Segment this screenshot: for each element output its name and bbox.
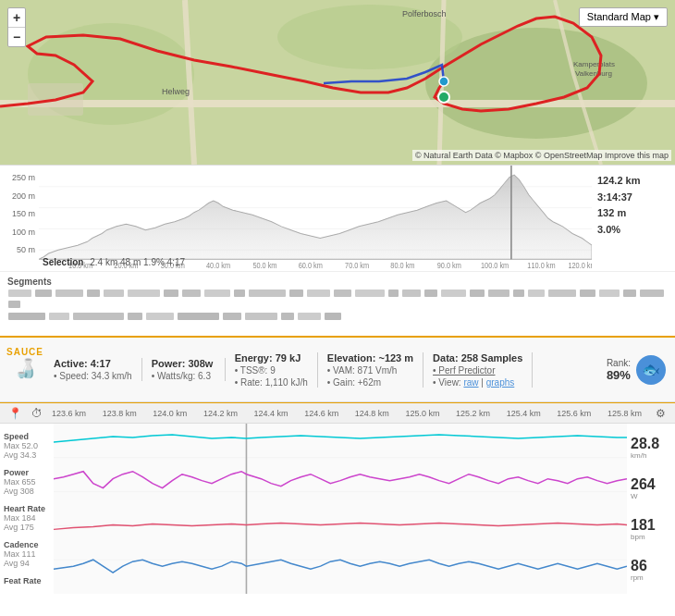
clock-icon[interactable]: ⏱: [30, 406, 44, 421]
x-label-3: 124.2 km: [203, 409, 238, 418]
segments-section: Segments: [0, 271, 675, 336]
sauce-active-group: Active: 4:17 • Speed: 34.3 km/h: [54, 358, 142, 381]
x-label-1: 123.8 km: [103, 409, 137, 418]
speed-metric-label: Speed Max 52.0 Avg 34.3: [0, 432, 54, 460]
svg-text:Kamperplats: Kamperplats: [573, 60, 615, 68]
elevation-stats: 124.2 km 3:14:37 132 m 3.0%: [592, 166, 675, 271]
sauce-vam-val: • VAM: 871 Vm/h: [327, 365, 413, 376]
y-label-250: 250 m: [4, 173, 35, 182]
rank-label: Rank:: [607, 358, 631, 368]
chart-body: Speed Max 52.0 Avg 34.3 Power Max 655 Av…: [0, 424, 675, 594]
x-label-10: 125.6 km: [557, 409, 591, 418]
chart-left-labels: Speed Max 52.0 Avg 34.3 Power Max 655 Av…: [0, 424, 54, 594]
x-label-9: 125.4 km: [507, 409, 541, 418]
sauce-speed-val: • Speed: 34.3 km/h: [54, 371, 132, 381]
settings-icon[interactable]: ⚙: [653, 406, 668, 421]
chart-toolbar: 📍 ⏱ 123.6 km 123.8 km 124.0 km 124.2 km …: [0, 403, 675, 424]
chart-right-values: 28.8 km/h 264 W 181 bpm 86 rpm: [627, 424, 675, 594]
sauce-rate-val: • Rate: 1,110 kJ/h: [235, 377, 308, 388]
x-label-7: 125.0 km: [405, 409, 439, 418]
segments-label: Segments: [7, 277, 52, 287]
selection-value: 2.4 km 48 m 1.9% 4:17: [90, 257, 185, 267]
y-label-200: 200 m: [4, 191, 35, 201]
rank-section: Rank: 89% 🐟: [607, 355, 666, 385]
cadence-metric-label: Cadence Max 111 Avg 94: [0, 540, 54, 568]
sauce-power-group: Power: 308w • Watts/kg: 6.3: [152, 358, 226, 381]
x-label-2: 124.0 km: [153, 409, 187, 418]
speed-current-val: 28.8 km/h: [631, 437, 675, 460]
x-label-8: 125.2 km: [456, 409, 490, 418]
sauce-tss-val: • TSS®: 9: [235, 365, 308, 376]
y-label-150: 150 m: [4, 209, 35, 218]
power-metric-label: Power Max 655 Avg 308: [0, 468, 54, 496]
feat-rate-label: Feat Rate: [0, 576, 54, 585]
svg-point-11: [439, 77, 448, 86]
elevation-section: 250 m 200 m 150 m 100 m 50 m 10.0 km: [0, 165, 675, 271]
svg-text:Valkenburg: Valkenburg: [575, 69, 612, 78]
segments-row: [7, 289, 668, 309]
stat-time: 3:14:37: [597, 190, 669, 206]
selection-bar: Selection 2.4 km 48 m 1.9% 4:17: [39, 257, 592, 267]
elevation-chart-area: 10.0 km 20.0 km 30.0 km 40.0 km 50.0 km …: [39, 166, 592, 271]
chart-canvas-area: [54, 424, 627, 594]
sauce-label: SAUCE: [6, 347, 43, 357]
map-section: Polferbosch Helweg Kamperplats Valkenbur…: [0, 0, 675, 165]
sauce-active-val: Active: 4:17: [54, 358, 132, 369]
x-label-6: 124.8 km: [355, 409, 389, 418]
svg-text:Helweg: Helweg: [162, 87, 190, 96]
y-label-50: 50 m: [4, 245, 35, 254]
map-zoom-control[interactable]: + −: [7, 7, 26, 47]
chart-section: 📍 ⏱ 123.6 km 123.8 km 124.0 km 124.2 km …: [0, 402, 675, 616]
sauce-gain-val: • Gain: +62m: [327, 377, 413, 388]
power-current-val: 264 W: [631, 477, 675, 500]
sauce-view-val: • View: raw | graphs: [433, 377, 522, 388]
sauce-bar: SAUCE 🍶 Active: 4:17 • Speed: 34.3 km/h …: [0, 336, 675, 402]
x-label-5: 124.6 km: [304, 409, 338, 418]
sauce-data-group: Data: 258 Samples • Perf Predictor • Vie…: [433, 352, 533, 388]
sauce-elevation-val: Elevation: ~123 m: [327, 352, 413, 363]
sauce-bottle-icon: 🍶: [14, 357, 37, 379]
zoom-out-button[interactable]: −: [8, 28, 25, 46]
rank-icon: 🐟: [636, 355, 666, 385]
map-attribution: © Natural Earth Data © Mapbox © OpenStre…: [412, 150, 671, 161]
rank-value: 89%: [607, 368, 631, 382]
map-type-button[interactable]: Standard Map ▾: [579, 7, 668, 27]
heartrate-current-val: 181 bpm: [631, 518, 675, 541]
x-label-11: 125.8 km: [608, 409, 642, 418]
y-label-100: 100 m: [4, 228, 35, 237]
stat-grade: 3.0%: [597, 222, 669, 239]
stat-elevation: 132 m: [597, 205, 669, 222]
selection-label: Selection: [43, 257, 83, 267]
heartrate-metric-label: Heart Rate Max 184 Avg 175: [0, 504, 54, 532]
sauce-power-val: Power: 308w: [152, 358, 215, 369]
cadence-current-val: 86 rpm: [631, 559, 675, 582]
x-label-0: 123.6 km: [52, 409, 86, 418]
svg-point-10: [438, 92, 449, 103]
zoom-in-button[interactable]: +: [8, 8, 25, 28]
svg-rect-4: [0, 100, 675, 107]
sauce-data-val: Data: 258 Samples: [433, 352, 522, 363]
svg-text:Polferbosch: Polferbosch: [402, 9, 447, 18]
sauce-elevation-group: Elevation: ~123 m • VAM: 871 Vm/h • Gain…: [327, 352, 423, 388]
x-label-4: 124.4 km: [254, 409, 288, 418]
segments-row-2: [7, 312, 668, 321]
location-icon[interactable]: 📍: [7, 406, 22, 421]
sauce-energy-group: Energy: 79 kJ • TSS®: 9 • Rate: 1,110 kJ…: [235, 352, 318, 388]
sauce-perf-link[interactable]: • Perf Predictor: [433, 365, 522, 376]
elevation-y-axis: 250 m 200 m 150 m 100 m 50 m: [0, 166, 39, 271]
sauce-watts-val: • Watts/kg: 6.3: [152, 371, 215, 381]
sauce-energy-val: Energy: 79 kJ: [235, 352, 308, 363]
stat-distance: 124.2 km: [597, 173, 669, 190]
sauce-logo: SAUCE 🍶: [9, 347, 41, 393]
